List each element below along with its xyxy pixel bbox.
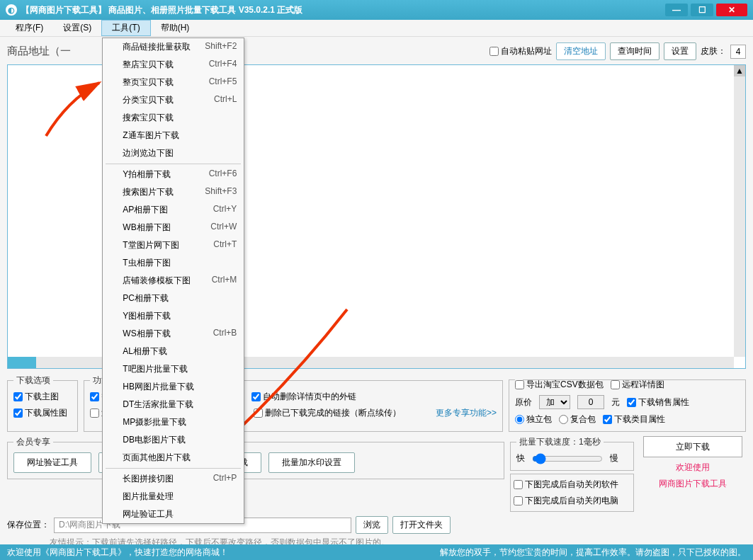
menu-item-label: 整店宝贝下载 <box>123 59 194 71</box>
menu-program[interactable]: 程序(F) <box>6 20 53 36</box>
standalone-radio[interactable]: 独立包 <box>515 413 552 425</box>
menubar: 程序(F) 设置(S) 工具(T) 商品链接批量获取Shift+F2整店宝贝下载… <box>0 20 753 37</box>
speed-slider[interactable] <box>532 453 603 464</box>
member-legend: 会员专享 <box>13 436 53 448</box>
tools-menu-item-16[interactable]: Y图相册下载 <box>103 307 244 325</box>
menu-item-shortcut: Ctrl+F6 <box>209 168 237 181</box>
export-csv-checkbox[interactable]: 导出淘宝CSV数据包 <box>515 379 604 391</box>
menu-settings[interactable]: 设置(S) <box>53 20 101 36</box>
more-features-link[interactable]: 更多专享功能>> <box>408 407 497 419</box>
status-left: 欢迎使用《网商图片下载工具》，快速打造您的网络商城！ <box>7 547 228 559</box>
del-done-checkbox[interactable]: 删除已下载完成的链接（断点续传） <box>254 407 401 419</box>
tools-menu-item-3[interactable]: 分类宝贝下载Ctrl+L <box>103 91 244 109</box>
tools-menu-item-26[interactable]: 长图拼接切图Ctrl+P <box>103 470 244 488</box>
batch-watermark-button[interactable]: 批量加水印设置 <box>268 452 355 473</box>
menu-item-label: 页面其他图片下载 <box>123 452 237 464</box>
tools-menu-item-17[interactable]: WS相册下载Ctrl+B <box>103 325 244 343</box>
auto-del-ext-checkbox[interactable]: 自动删除详情页中的外链 <box>251 391 356 403</box>
menu-separator <box>106 468 241 469</box>
download-main-img-checkbox[interactable]: 下载主图 <box>13 391 72 403</box>
menu-item-label: 整页宝贝下载 <box>123 76 194 88</box>
tools-menu-item-2[interactable]: 整页宝贝下载Ctrl+F5 <box>103 74 244 91</box>
menu-item-label: WB相册下图 <box>123 222 196 234</box>
address-label: 商品地址（一 <box>7 45 92 58</box>
tools-menu-item-12[interactable]: T堂图片网下图Ctrl+T <box>103 236 244 254</box>
price-value-input[interactable] <box>577 395 604 409</box>
scrollbar-vertical[interactable]: ▲ <box>734 65 745 357</box>
menu-item-label: 长图拼接切图 <box>123 473 198 485</box>
menu-item-shortcut: Ctrl+M <box>212 275 237 287</box>
tools-menu-item-22[interactable]: MP摄影批量下载 <box>103 413 244 431</box>
auto-paste-checkbox[interactable]: 自动粘贴网址 <box>489 45 552 57</box>
download-options-group: 下载选项 下载主图 下载属性图 <box>7 375 78 432</box>
tools-menu-item-10[interactable]: AP相册下图Ctrl+Y <box>103 201 244 219</box>
close-software-checkbox[interactable]: 下图完成后自动关闭软件 <box>514 479 630 491</box>
tools-menu-item-11[interactable]: WB相册下图Ctrl+W <box>103 219 244 236</box>
maximize-button[interactable]: ☐ <box>691 4 713 16</box>
download-attr-img-checkbox[interactable]: 下载属性图 <box>13 407 72 419</box>
tools-menu-item-18[interactable]: AL相册下载 <box>103 343 244 360</box>
tools-menu-item-8[interactable]: Y拍相册下载Ctrl+F6 <box>103 166 244 183</box>
menu-item-label: 商品链接批量获取 <box>123 41 191 53</box>
price-op-select[interactable]: 加 <box>539 395 570 409</box>
menu-item-shortcut: Ctrl+B <box>213 328 237 340</box>
scroll-up-icon[interactable]: ▲ <box>734 65 745 76</box>
dl-cat-attr-checkbox[interactable]: 下载类目属性 <box>603 413 665 425</box>
menu-item-label: WS相册下载 <box>123 328 198 340</box>
menu-item-shortcut: Shift+F2 <box>205 41 237 53</box>
member-group: 会员专享 网址验证工具 长图拼接切图 搜索图片下载 批量加水印设置 <box>7 436 504 479</box>
close-button[interactable]: ✕ <box>716 4 747 16</box>
status-right: 解放您的双手，节约您宝贵的时间，提高工作效率。请勿盗图，只下已授权的图。 <box>228 547 746 559</box>
menu-item-label: 店铺装修模板下图 <box>123 275 197 287</box>
remote-detail-checkbox[interactable]: 远程详情图 <box>611 379 664 391</box>
tools-menu-item-24[interactable]: 页面其他图片下载 <box>103 449 244 467</box>
tools-menu-item-23[interactable]: DB电影图片下载 <box>103 431 244 449</box>
speed-fast-label: 快 <box>516 452 525 464</box>
tools-menu-item-19[interactable]: T吧图片批量下载 <box>103 360 244 378</box>
tools-menu-item-15[interactable]: PC相册下载 <box>103 290 244 307</box>
tools-menu-item-5[interactable]: Z通车图片下载 <box>103 127 244 144</box>
query-time-button[interactable]: 查询时间 <box>610 42 659 60</box>
speed-group: 批量下载速度：1毫秒 快 慢 <box>510 436 634 471</box>
menu-item-label: T吧图片批量下载 <box>123 363 237 375</box>
tools-menu-item-28[interactable]: 网址验证工具 <box>103 505 244 523</box>
menu-item-label: MP摄影批量下载 <box>123 416 237 428</box>
menu-item-label: 边浏览边下图 <box>123 147 237 159</box>
browse-button[interactable]: 浏览 <box>356 516 388 534</box>
menu-help[interactable]: 帮助(H) <box>151 20 200 36</box>
url-verify-button[interactable]: 网址验证工具 <box>13 452 91 473</box>
download-options-legend: 下载选项 <box>13 375 53 387</box>
settings-button[interactable]: 设置 <box>664 42 696 60</box>
menu-item-label: T堂图片网下图 <box>123 239 199 251</box>
minimize-button[interactable]: — <box>665 4 688 16</box>
menu-item-shortcut: Ctrl+F4 <box>209 59 237 71</box>
tools-menu-item-1[interactable]: 整店宝贝下载Ctrl+F4 <box>103 56 244 74</box>
menu-item-shortcut: Ctrl+T <box>213 239 237 251</box>
tools-menu-item-13[interactable]: T虫相册下图 <box>103 254 244 272</box>
tools-menu-item-21[interactable]: DT生活家批量下载 <box>103 396 244 413</box>
tools-menu-item-20[interactable]: HB网图片批量下载 <box>103 378 244 396</box>
download-now-button[interactable]: 立即下载 <box>643 436 742 457</box>
menu-item-label: Z通车图片下载 <box>123 130 237 142</box>
close-pc-checkbox[interactable]: 下图完成后自动关闭电脑 <box>514 495 630 507</box>
tools-menu-item-27[interactable]: 图片批量处理 <box>103 488 244 505</box>
tools-menu-item-4[interactable]: 搜索宝贝下载 <box>103 109 244 127</box>
menu-item-label: Y图相册下载 <box>123 310 237 322</box>
tools-menu-item-14[interactable]: 店铺装修模板下图Ctrl+M <box>103 272 244 290</box>
skin-input[interactable] <box>730 45 746 59</box>
menu-item-label: 分类宝贝下载 <box>123 94 200 106</box>
menu-tools[interactable]: 工具(T) 商品链接批量获取Shift+F2整店宝贝下载Ctrl+F4整页宝贝下… <box>101 20 150 36</box>
tools-menu-item-6[interactable]: 边浏览边下图 <box>103 144 244 162</box>
open-folder-button[interactable]: 打开文件夹 <box>392 516 451 534</box>
tools-menu-item-9[interactable]: 搜索图片下载Shift+F3 <box>103 183 244 201</box>
scroll-thumb[interactable] <box>8 357 36 368</box>
dl-sale-attr-checkbox[interactable]: 下载销售属性 <box>627 396 689 408</box>
menu-tools-label: 工具(T) <box>112 22 140 34</box>
menu-separator <box>106 164 241 164</box>
tools-menu-item-0[interactable]: 商品链接批量获取Shift+F2 <box>103 38 244 56</box>
speed-slow-label: 慢 <box>610 452 618 464</box>
menu-item-shortcut: Ctrl+W <box>210 222 237 234</box>
titlebar: ◐ 【网商图片下载工具】 商品图片、相册照片批量下载工具 V35.0.2.1 正… <box>0 0 753 20</box>
composite-radio[interactable]: 复合包 <box>559 413 596 425</box>
clear-address-button[interactable]: 清空地址 <box>556 42 606 60</box>
